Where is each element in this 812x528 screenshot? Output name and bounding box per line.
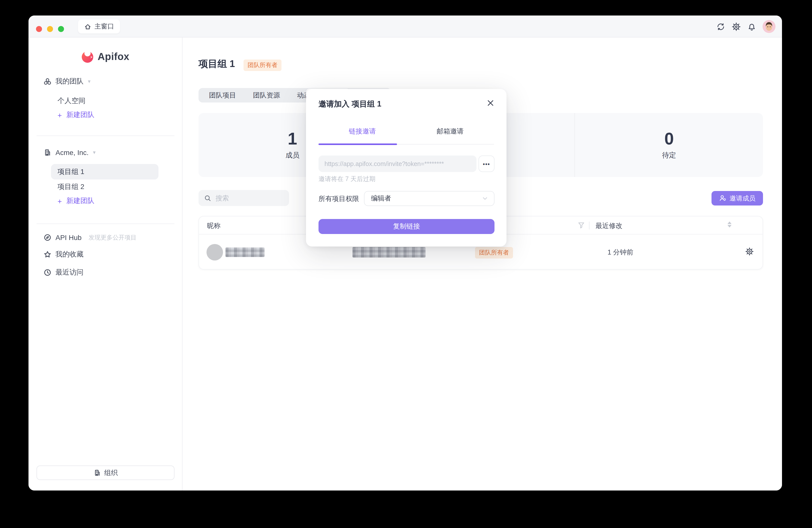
sidebar-item-label: API Hub — [56, 234, 82, 241]
minimize-window-button[interactable] — [47, 26, 53, 32]
stat-pending-label: 待定 — [662, 151, 676, 160]
nickname-column-header: 昵称 — [207, 221, 220, 231]
apifox-logo-icon — [81, 50, 94, 63]
stat-pending: 0 待定 — [575, 113, 763, 177]
sidebar-item-api-hub[interactable]: API Hub 发现更多公开项目 — [29, 231, 182, 245]
header-divider — [589, 221, 590, 230]
sidebar-item-label: 我的团队 — [56, 77, 84, 86]
user-avatar[interactable] — [763, 20, 775, 33]
sidebar-item-favorites[interactable]: 我的收藏 — [29, 248, 182, 262]
caret-down-icon: ▼ — [92, 150, 97, 155]
member-search — [199, 190, 289, 206]
tab-email-invite[interactable]: 邮箱邀请 — [406, 124, 494, 139]
plus-icon: + — [58, 111, 62, 119]
page-title: 项目组 1 — [199, 58, 235, 71]
new-team-label: 新建团队 — [67, 196, 95, 205]
sidebar-item-personal-space[interactable]: 个人空间 — [29, 94, 182, 108]
zoom-window-button[interactable] — [58, 26, 64, 32]
home-icon — [84, 23, 91, 30]
sidebar-new-team-bottom[interactable]: + 新建团队 — [29, 194, 182, 208]
invite-member-button[interactable]: 邀请成员 — [711, 191, 763, 205]
organization-button-label: 组织 — [104, 468, 118, 477]
clock-icon — [44, 268, 52, 277]
active-tab-indicator — [319, 144, 397, 145]
sidebar-item-label: 个人空间 — [58, 97, 86, 105]
notifications-button[interactable] — [747, 22, 756, 31]
filter-icon[interactable] — [578, 221, 585, 229]
settings-button[interactable] — [731, 22, 740, 31]
modal-title: 邀请加入 项目组 1 — [319, 99, 381, 109]
tab-team-resources[interactable]: 团队资源 — [245, 91, 289, 100]
member-settings-icon[interactable] — [745, 248, 754, 255]
member-avatar — [206, 244, 223, 261]
permission-select[interactable]: 编辑者 — [364, 191, 494, 206]
brand: Apifox — [29, 49, 182, 63]
sidebar-new-team-top[interactable]: + 新建团队 — [29, 108, 182, 122]
close-icon[interactable] — [486, 99, 495, 107]
org-name: Acme, Inc. — [56, 148, 88, 157]
gear-icon — [732, 22, 740, 31]
invite-link-input[interactable] — [319, 156, 477, 172]
permission-label: 所有项目权限 — [319, 194, 359, 204]
sync-button[interactable] — [716, 22, 725, 31]
brand-name: Apifox — [98, 51, 130, 62]
api-hub-hint: 发现更多公开项目 — [88, 233, 136, 242]
tab-link-invite[interactable]: 链接邀请 — [319, 124, 406, 139]
sync-icon — [716, 22, 725, 31]
building-icon — [44, 148, 52, 157]
member-email-redacted — [352, 247, 425, 258]
sidebar-item-my-team[interactable]: 我的团队 ▼ — [29, 74, 182, 88]
sidebar-item-group-2[interactable]: 项目组 2 — [29, 180, 182, 194]
app-window: 主窗口 — [29, 15, 782, 490]
sidebar-item-label: 最近访问 — [56, 268, 84, 277]
stat-pending-value: 0 — [664, 130, 674, 147]
modified-column-header: 最近修改 — [595, 221, 623, 231]
stat-members-value: 1 — [288, 130, 297, 147]
invite-member-label: 邀请成员 — [729, 194, 755, 203]
sidebar: Apifox 我的团队 ▼ 个人空间 + 新建团队 — [29, 38, 183, 490]
invite-modal: 邀请加入 项目组 1 链接邀请 邮箱邀请 ••• 邀请将在 7 天后过期 所有项… — [306, 89, 507, 247]
organization-button[interactable]: 组织 — [37, 466, 174, 480]
permission-value: 编辑者 — [371, 194, 391, 203]
search-icon — [204, 194, 212, 202]
titlebar: 主窗口 — [29, 15, 782, 38]
search-input[interactable] — [216, 194, 276, 202]
person-add-icon — [719, 194, 726, 202]
sidebar-divider — [37, 223, 174, 224]
caret-down-icon: ▼ — [87, 79, 91, 84]
group-label: 项目组 2 — [58, 182, 84, 191]
member-modified-time: 1 分钟前 — [608, 248, 634, 257]
expiry-note: 邀请将在 7 天后过期 — [319, 175, 376, 184]
avatar-memoji-icon — [763, 20, 775, 33]
group-label: 项目组 1 — [58, 167, 84, 176]
sidebar-item-organization[interactable]: Acme, Inc. ▼ — [29, 146, 182, 160]
team-icon — [44, 77, 52, 86]
chevron-down-icon — [481, 195, 489, 202]
copy-link-button[interactable]: 复制链接 — [319, 219, 494, 234]
new-team-label: 新建团队 — [67, 111, 95, 119]
plus-icon: + — [58, 197, 62, 205]
sidebar-divider — [37, 135, 174, 136]
more-options-button[interactable]: ••• — [478, 156, 494, 172]
sidebar-item-label: 我的收藏 — [56, 250, 84, 259]
sidebar-item-group-1[interactable]: 项目组 1 — [51, 164, 159, 179]
member-role-badge: 团队所有者 — [475, 247, 513, 259]
member-name-redacted — [226, 248, 264, 257]
sort-icon[interactable] — [727, 221, 731, 228]
modal-tabs: 链接邀请 邮箱邀请 — [319, 124, 494, 139]
star-icon — [44, 250, 52, 259]
role-badge: 团队所有者 — [244, 59, 281, 71]
main-window-tab-label: 主窗口 — [95, 22, 114, 31]
tab-team-projects[interactable]: 团队项目 — [201, 91, 245, 100]
compass-icon — [44, 234, 52, 241]
sidebar-item-recent[interactable]: 最近访问 — [29, 265, 182, 279]
bell-icon — [747, 22, 756, 31]
main-window-tab[interactable]: 主窗口 — [78, 19, 120, 33]
close-window-button[interactable] — [36, 26, 42, 32]
building-icon — [93, 469, 101, 476]
stat-members-label: 成员 — [286, 151, 300, 160]
